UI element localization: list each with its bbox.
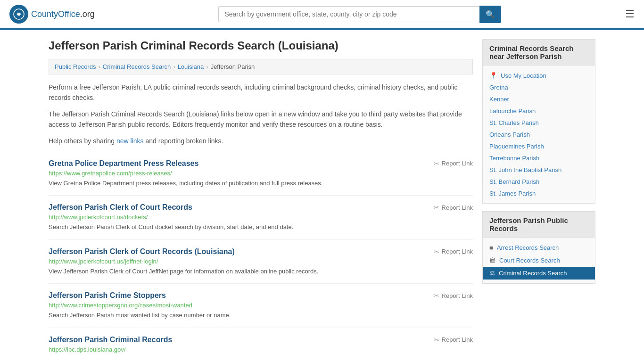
bc-sep-1: › [98,63,100,70]
scissors-icon-1: ✂ [434,204,439,211]
desc-para-2: The Jefferson Parish Criminal Records Se… [49,109,473,130]
bc-sep-2: › [173,63,175,70]
breadcrumb-criminal-records[interactable]: Criminal Records Search [103,63,171,70]
breadcrumb-louisiana[interactable]: Louisiana [178,63,204,70]
location-dot-icon: 📍 [489,72,497,79]
nearby-link-2[interactable]: Lafourche Parish [483,105,595,117]
report-link-btn-4[interactable]: ✂ Report Link [434,336,473,344]
results-list: Gretna Police Department Press Releases … [49,152,473,362]
nearby-link-5[interactable]: Plaquemines Parish [483,140,595,152]
main-content: Jefferson Parish Criminal Records Search… [49,39,473,362]
use-my-location-link[interactable]: Use My Location [501,72,546,79]
result-url-0[interactable]: https://www.gretnapolice.com/press-relea… [49,170,473,177]
nearby-link-stjames[interactable]: St. James Parish [489,190,536,197]
nearby-link-lafourche[interactable]: Lafourche Parish [489,107,536,115]
page-title: Jefferson Parish Criminal Records Search… [49,39,473,52]
report-label-0: Report Link [442,160,473,167]
svg-point-1 [17,13,20,16]
scissors-icon-2: ✂ [434,248,439,255]
result-title-2[interactable]: Jefferson Parish Clerk of Court Records … [49,247,235,256]
scissors-icon-3: ✂ [434,292,439,299]
sidebar: Criminal Records Search near Jefferson P… [482,39,595,362]
report-link-btn-3[interactable]: ✂ Report Link [434,292,473,299]
result-url-1[interactable]: http://www.jpclerkofcourt.us/dockets/ [49,214,473,221]
desc-para-3: Help others by sharing new links and rep… [49,136,473,146]
result-item-1: Jefferson Parish Clerk of Court Records … [49,196,473,240]
result-url-3[interactable]: http://www.crimestoppersgno.org/cases/mo… [49,302,473,309]
logo-main: CountyOffice [31,9,80,19]
criminal-records-link[interactable]: Criminal Records Search [499,270,567,277]
report-label-2: Report Link [442,248,473,255]
nearby-link-1[interactable]: Kenner [483,93,595,105]
result-item-3: Jefferson Parish Crime Stoppers ✂ Report… [49,284,473,328]
search-icon: 🔍 [486,10,495,18]
nearby-link-3[interactable]: St. Charles Parish [483,117,595,129]
nearby-title: Criminal Records Search near Jefferson P… [483,40,595,66]
use-my-location-item[interactable]: 📍 Use My Location [483,69,595,82]
desc-para-3-prefix: Help others by sharing [49,137,116,145]
nearby-link-stbernard[interactable]: St. Bernard Parish [489,178,539,185]
search-area: 🔍 [218,6,501,23]
result-header-3: Jefferson Parish Crime Stoppers ✂ Report… [49,291,473,300]
breadcrumb-public-records[interactable]: Public Records [55,63,96,70]
arrest-records-link[interactable]: Arrest Records Search [497,244,559,251]
pub-records-links: ■ Arrest Records Search 🏛 Court Records … [483,238,595,283]
nearby-link-gretna[interactable]: Gretna [489,84,508,91]
logo-icon [9,5,28,24]
arrest-icon: ■ [489,244,493,251]
result-desc-2: View Jefferson Parish Clerk of Court Jef… [49,267,473,276]
breadcrumb-current: Jefferson Parish [211,63,255,70]
nearby-link-0[interactable]: Gretna [483,82,595,93]
nearby-link-terrebonne[interactable]: Terrebonne Parish [489,155,539,162]
result-item-2: Jefferson Parish Clerk of Court Records … [49,240,473,284]
result-title-0[interactable]: Gretna Police Department Press Releases [49,159,198,168]
nearby-link-plaquemines[interactable]: Plaquemines Parish [489,143,544,150]
criminal-icon: ⚖ [489,270,495,277]
result-title-4[interactable]: Jefferson Parish Criminal Records [49,336,172,344]
result-header-0: Gretna Police Department Press Releases … [49,159,473,168]
pub-records-box: Jefferson Parish Public Records ■ Arrest… [482,211,595,284]
nearby-link-6[interactable]: Terrebonne Parish [483,152,595,164]
search-button[interactable]: 🔍 [479,6,501,23]
scissors-icon-4: ✂ [434,336,439,344]
result-item-0: Gretna Police Department Press Releases … [49,152,473,196]
nearby-link-stcharles[interactable]: St. Charles Parish [489,119,539,126]
logo-suffix: .org [80,9,95,19]
nearby-link-stjohn[interactable]: St. John the Baptist Parish [489,166,561,173]
desc-para-1: Perform a free Jefferson Parish, LA publ… [49,82,473,103]
nearby-link-7[interactable]: St. John the Baptist Parish [483,164,595,176]
header: CountyOffice.org 🔍 ☰ [0,0,644,30]
nearby-link-orleans[interactable]: Orleans Parish [489,131,530,138]
court-records-link[interactable]: Court Records Search [499,257,560,264]
nearby-link-8[interactable]: St. Bernard Parish [483,176,595,188]
logo-area[interactable]: CountyOffice.org [9,5,95,24]
pub-records-title: Jefferson Parish Public Records [483,212,595,238]
result-header-4: Jefferson Parish Criminal Records ✂ Repo… [49,336,473,344]
result-desc-0: View Gretna Police Department press rele… [49,179,473,188]
menu-icon: ☰ [625,8,635,20]
report-link-btn-2[interactable]: ✂ Report Link [434,248,473,255]
pub-rec-court[interactable]: 🏛 Court Records Search [483,254,595,267]
pub-rec-criminal[interactable]: ⚖ Criminal Records Search [483,267,595,280]
result-title-1[interactable]: Jefferson Parish Clerk of Court Records [49,203,192,212]
result-url-4[interactable]: https://ibc.dps.louisiana.gov/ [49,346,473,353]
nearby-link-9[interactable]: St. James Parish [483,188,595,199]
result-header-2: Jefferson Parish Clerk of Court Records … [49,247,473,256]
content-wrapper: Jefferson Parish Criminal Records Search… [39,30,605,362]
result-header-1: Jefferson Parish Clerk of Court Records … [49,203,473,212]
report-label-1: Report Link [442,204,473,211]
breadcrumb: Public Records › Criminal Records Search… [49,59,473,74]
court-icon: 🏛 [489,257,495,264]
result-url-2[interactable]: http://www.jpclerkofcourt.us/jeffnet-log… [49,258,473,265]
result-title-3[interactable]: Jefferson Parish Crime Stoppers [49,291,166,300]
report-link-btn-0[interactable]: ✂ Report Link [434,160,473,167]
search-input[interactable] [218,6,479,22]
nearby-link-kenner[interactable]: Kenner [489,96,509,103]
report-label-4: Report Link [442,336,473,343]
nearby-link-4[interactable]: Orleans Parish [483,129,595,140]
report-link-btn-1[interactable]: ✂ Report Link [434,204,473,211]
nearby-box: Criminal Records Search near Jefferson P… [482,39,595,204]
pub-rec-arrest[interactable]: ■ Arrest Records Search [483,241,595,254]
new-links-link[interactable]: new links [116,137,144,145]
menu-button[interactable]: ☰ [625,8,635,20]
